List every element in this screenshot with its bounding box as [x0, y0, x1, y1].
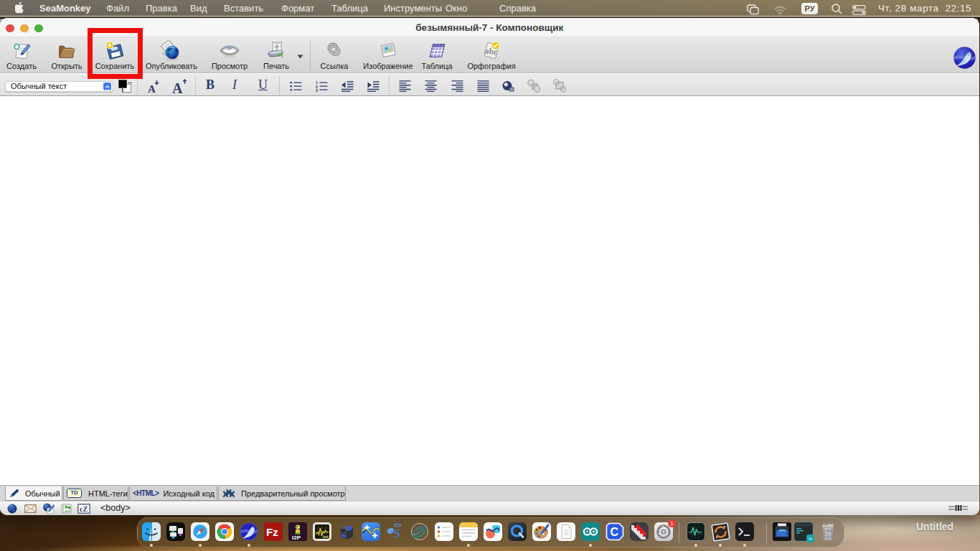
svg-text:A: A: [172, 80, 183, 95]
svg-text:S: S: [394, 527, 400, 540]
svg-text:cZ: cZ: [80, 505, 88, 513]
svg-text:Fz: Fz: [266, 526, 278, 538]
svg-text:3: 3: [316, 88, 318, 92]
svg-text:C: C: [611, 526, 619, 538]
svg-text:I2P: I2P: [292, 534, 301, 541]
svg-text:A: A: [148, 83, 156, 95]
